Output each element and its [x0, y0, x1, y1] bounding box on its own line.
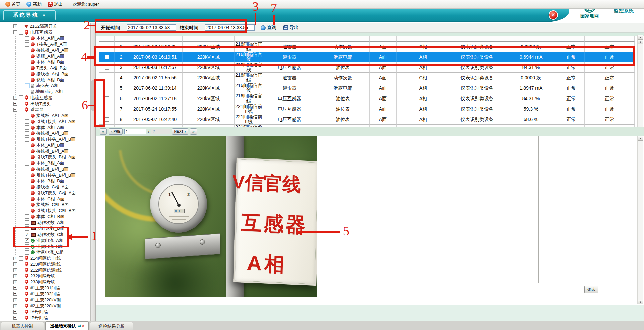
tree-item[interactable]: + 213间隔信源I线: [0, 261, 90, 267]
tab-sync-icon[interactable]: ⇄: [78, 324, 81, 328]
tab-close-icon[interactable]: ×: [82, 324, 84, 328]
tree-checkbox[interactable]: [25, 197, 29, 201]
tree-checkbox[interactable]: [19, 316, 23, 320]
scroll-down-icon[interactable]: ▼: [638, 300, 643, 304]
tree-expander[interactable]: +: [13, 304, 17, 308]
tree-item[interactable]: 接线板_C相_A面: [0, 184, 90, 190]
tree-item[interactable]: − 电压互感器: [0, 29, 90, 36]
tree-checkbox[interactable]: [25, 220, 29, 225]
tree-item[interactable]: 接线板_B相_A面: [0, 148, 90, 154]
tree-checkbox[interactable]: [19, 108, 23, 112]
tree-checkbox[interactable]: [25, 173, 29, 177]
tree-expander[interactable]: −: [13, 108, 17, 112]
tree-item[interactable]: 引线T接头_B相_B面: [0, 172, 90, 178]
row-checkbox[interactable]: [105, 117, 109, 122]
tree-checkbox[interactable]: [25, 78, 29, 82]
tree-item[interactable]: 引线T接头_C相_B面: [0, 208, 90, 214]
tree-item[interactable]: 接线板_A相_A面: [0, 47, 90, 53]
tree-checkbox[interactable]: [25, 233, 29, 237]
start-time-input[interactable]: [127, 24, 176, 31]
tree-item[interactable]: 本体_A相_A面: [0, 36, 90, 42]
tree-checkbox[interactable]: [25, 60, 29, 64]
bottom-tab[interactable]: 机器人控制 ⇄ ×: [1, 322, 44, 330]
tree-checkbox[interactable]: [19, 280, 23, 284]
tree-checkbox[interactable]: [25, 226, 29, 231]
tree-checkbox[interactable]: [25, 244, 29, 249]
tree-item[interactable]: + #1主变201间隔: [0, 285, 90, 291]
tree-item[interactable]: + #1主变202间隔: [0, 291, 90, 297]
confirm-button[interactable]: 确认: [584, 286, 598, 293]
panel-splitter[interactable]: [90, 23, 96, 321]
tree-checkbox[interactable]: [25, 119, 29, 124]
tree-checkbox[interactable]: [25, 179, 29, 183]
tree-expander[interactable]: +: [13, 24, 17, 28]
tree-checkbox[interactable]: [25, 90, 29, 94]
tree-checkbox[interactable]: [19, 310, 23, 314]
tree-checkbox[interactable]: [19, 286, 23, 290]
tree-item[interactable]: 本体_C相_A面: [0, 196, 90, 202]
tree-checkbox[interactable]: [25, 238, 29, 243]
tree-checkbox[interactable]: [25, 149, 29, 153]
tree-checkbox[interactable]: [25, 42, 29, 47]
prev-page-button[interactable]: ‹PRE: [109, 128, 123, 135]
tree-item[interactable]: 本体_A相_B面: [0, 142, 90, 148]
last-page-button[interactable]: »: [190, 128, 197, 135]
tree-item[interactable]: 本体_C相_B面: [0, 214, 90, 220]
tree-expander[interactable]: +: [13, 292, 17, 296]
next-page-button[interactable]: NEXT›: [172, 128, 188, 135]
menu-help[interactable]: ? 帮助: [24, 1, 44, 7]
scroll-down-icon[interactable]: ▼: [638, 40, 643, 44]
row-checkbox[interactable]: [105, 86, 109, 90]
tree-checkbox[interactable]: [19, 95, 23, 100]
bottom-tab[interactable]: 巡检结果确认 ⇄ ×: [45, 321, 89, 330]
tree-checkbox[interactable]: [25, 214, 29, 219]
tree-item[interactable]: + 出线T接头: [0, 101, 90, 107]
tree-checkbox[interactable]: [25, 209, 29, 213]
tree-checkbox[interactable]: [19, 274, 23, 278]
menu-home[interactable]: ⌂ 首页: [3, 1, 22, 7]
query-button[interactable]: 查询: [261, 24, 276, 31]
row-checkbox[interactable]: [105, 76, 109, 80]
tree-item[interactable]: + 233间隔母联: [0, 279, 90, 285]
tree-checkbox[interactable]: [25, 203, 29, 207]
table-scrollbar[interactable]: ▲ ▼: [637, 35, 643, 127]
tree-checkbox[interactable]: [25, 161, 29, 166]
tree-expander[interactable]: −: [13, 30, 17, 34]
tree-checkbox[interactable]: [25, 48, 29, 52]
tree-item[interactable]: 引线T接头_A相_A面: [0, 119, 90, 125]
table-row[interactable]: 6 2017-06-02 11:37:18 220kV区域 216间隔信官线 电…: [99, 93, 635, 104]
panel-scrollbar[interactable]: ▲ ▼: [637, 136, 643, 304]
tree-checkbox[interactable]: [19, 102, 23, 106]
tree-item[interactable]: 引线T接头_C相_A面: [0, 190, 90, 196]
tree-item[interactable]: + ⅠA母间隔: [0, 309, 90, 315]
bottom-tab[interactable]: 巡检结果分析 ⇄ ×: [90, 322, 133, 330]
tree-checkbox[interactable]: [19, 30, 23, 35]
row-checkbox[interactable]: [105, 107, 109, 111]
tree-item[interactable]: 动作次数_B相: [0, 226, 90, 232]
tree-checkbox[interactable]: [25, 137, 29, 142]
tree-item[interactable]: 泄露电流_B相: [0, 244, 90, 250]
tree-expander[interactable]: +: [13, 102, 17, 106]
tree-item[interactable]: 本体_B相_B面: [0, 178, 90, 184]
tree-expander[interactable]: +: [13, 262, 17, 266]
first-page-button[interactable]: «: [100, 128, 107, 135]
tree-checkbox[interactable]: [25, 72, 29, 76]
row-checkbox[interactable]: [105, 45, 109, 49]
tree-item[interactable]: T接头_A相_B面: [0, 65, 90, 71]
row-checkbox[interactable]: [105, 55, 109, 59]
tree-expander[interactable]: +: [13, 298, 17, 302]
tree-item[interactable]: 接线板_B相_B面: [0, 166, 90, 172]
page-number-input[interactable]: [124, 129, 146, 134]
scroll-up-icon[interactable]: ▲: [638, 35, 643, 40]
table-row[interactable]: 5 2017-06-02 11:39:14 220kV区域 216间隔信官线 避…: [99, 83, 635, 93]
tree-item[interactable]: 瓷瓶_A相_B面: [0, 77, 90, 83]
tree-checkbox[interactable]: [25, 36, 29, 41]
tree-checkbox[interactable]: [19, 304, 23, 308]
menu-exit[interactable]: 退出: [46, 1, 65, 7]
tree-item[interactable]: 泄露电流_C相: [0, 250, 90, 256]
tree-expander[interactable]: +: [13, 310, 17, 314]
tree-checkbox[interactable]: [25, 125, 29, 130]
tree-checkbox[interactable]: [25, 250, 29, 255]
tree-item[interactable]: + 2162隔离开关: [0, 23, 90, 29]
tree-expander[interactable]: +: [13, 280, 17, 284]
